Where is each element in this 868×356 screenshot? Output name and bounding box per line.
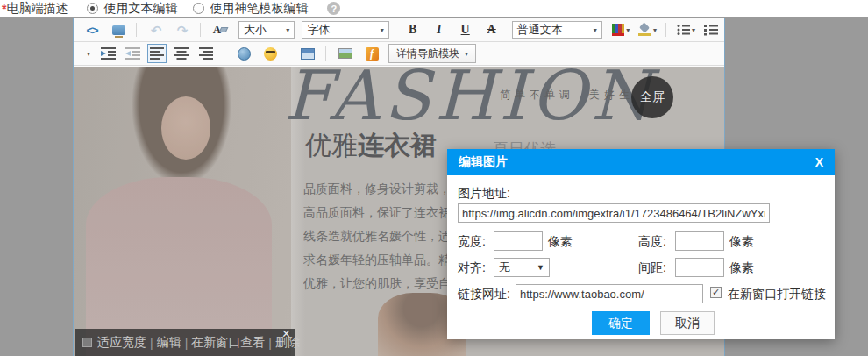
view-new-window-action[interactable]: 在新窗口查看	[191, 335, 265, 351]
align-label: 对齐:	[458, 260, 486, 276]
insert-image-button[interactable]	[336, 44, 355, 63]
font-size-select[interactable]: 大小▾	[238, 21, 295, 39]
radio-selected-icon[interactable]	[87, 3, 98, 14]
strikethrough-icon: A	[487, 23, 496, 37]
paragraph-format-value: 普通文本	[517, 22, 563, 38]
insert-flash-button[interactable]: f	[362, 44, 381, 63]
product-title-regular: 优雅	[305, 131, 358, 160]
radio-shenbi-edit[interactable]: 使用神笔模板编辑	[193, 1, 308, 17]
bullet-list-button[interactable]: ▾	[676, 20, 696, 39]
fullscreen-button[interactable]: 全屏	[631, 76, 673, 118]
indent-icon	[101, 47, 116, 60]
italic-button[interactable]: I	[430, 20, 449, 39]
toolbar-row-2: ▾ f 详情导航模块 ▾	[74, 42, 724, 66]
table-icon	[301, 48, 315, 60]
align-center-icon	[174, 47, 189, 60]
chevron-down-icon: ▼	[537, 263, 544, 272]
overflow-dropdown-button[interactable]: ▾	[82, 44, 93, 63]
description-mode-bar: * 电脑端描述 使用文本编辑 使用神笔模板编辑 ?	[0, 0, 868, 17]
chevron-down-icon: ▾	[692, 26, 695, 34]
image-action-bar: 适应宽度 | 编辑 | 在新窗口查看 | 删除 ×	[75, 329, 295, 356]
spacing-unit: 像素	[729, 260, 754, 276]
outdent-icon	[125, 47, 140, 60]
emoji-button[interactable]	[260, 44, 280, 63]
dialog-close-icon[interactable]: X	[815, 155, 823, 169]
align-left-button[interactable]	[147, 44, 167, 63]
align-select-value: 无	[499, 260, 510, 275]
width-input[interactable]	[494, 231, 543, 251]
image-icon	[338, 48, 352, 59]
align-left-icon	[150, 47, 164, 60]
eraser-icon	[219, 27, 229, 32]
divider: |	[150, 336, 153, 350]
align-center-button[interactable]	[172, 44, 191, 63]
align-right-icon	[199, 47, 213, 60]
ordered-list-icon	[704, 24, 718, 36]
emoji-icon	[264, 47, 277, 61]
code-icon: <>	[86, 24, 97, 37]
font-size-value: 大小	[244, 22, 267, 38]
align-right-button[interactable]	[196, 44, 216, 63]
underline-button[interactable]: U	[456, 20, 475, 39]
source-code-button[interactable]: <>	[82, 20, 102, 39]
font-color-button[interactable]: ▾	[611, 20, 630, 39]
align-select[interactable]: 无 ▼	[494, 258, 550, 277]
indent-button[interactable]	[98, 44, 117, 63]
spacing-input[interactable]	[675, 258, 724, 277]
image-url-input[interactable]	[458, 203, 770, 223]
help-icon[interactable]: ?	[327, 2, 340, 15]
edit-image-dialog: 编辑图片 X 图片地址: 宽度: 像素 高度: 像素 对齐: 无 ▼ 间距: 像…	[447, 149, 835, 339]
format-painter-button[interactable]: A	[210, 20, 230, 39]
undo-icon: ↶	[151, 24, 162, 37]
divider	[224, 46, 224, 61]
link-url-label: 链接网址:	[458, 287, 510, 303]
redo-button[interactable]: ↷	[173, 20, 192, 39]
height-input[interactable]	[675, 231, 724, 251]
outdent-button[interactable]	[123, 44, 142, 63]
bold-button[interactable]: B	[403, 20, 423, 39]
chevron-down-icon: ▾	[286, 26, 289, 34]
product-title-bold: 连衣裙	[358, 131, 437, 160]
dialog-title: 编辑图片	[459, 154, 508, 170]
chevron-down-icon: ▾	[594, 26, 597, 34]
link-url-input[interactable]	[516, 284, 703, 303]
detail-nav-module-button[interactable]: 详情导航模块 ▾	[388, 44, 476, 63]
undo-button[interactable]: ↶	[146, 20, 166, 39]
radio-text-edit[interactable]: 使用文本编辑	[87, 1, 177, 17]
cancel-button[interactable]: 取消	[660, 311, 715, 335]
insert-table-button[interactable]	[298, 44, 317, 63]
background-color-icon	[638, 24, 651, 36]
underline-icon: U	[461, 23, 470, 37]
background-color-button[interactable]: ▾	[637, 20, 657, 39]
divider	[200, 23, 201, 37]
dialog-header[interactable]: 编辑图片 X	[447, 149, 835, 175]
image-url-label: 图片地址:	[458, 186, 510, 202]
strikethrough-button[interactable]: A	[482, 20, 502, 39]
paragraph-format-select[interactable]: 普通文本▾	[512, 21, 602, 39]
detail-nav-module-label: 详情导航模块	[396, 46, 459, 61]
divider	[136, 23, 137, 37]
insert-link-button[interactable]	[234, 44, 253, 63]
edit-image-action[interactable]: 编辑	[157, 335, 181, 351]
toolbar-row-1: <> ↶ ↷ A 大小▾ 字体▾ B I U A 普通文本▾ ▾ ▾ ▾	[74, 18, 724, 42]
ordered-list-button[interactable]	[701, 20, 721, 39]
height-unit: 像素	[729, 234, 754, 250]
open-new-window-checkbox[interactable]: ✓	[710, 287, 722, 298]
font-color-icon	[612, 24, 624, 36]
divider	[288, 46, 288, 61]
bold-icon: B	[409, 23, 416, 37]
radio-shenbi-edit-label: 使用神笔模板编辑	[210, 1, 308, 17]
height-label: 高度:	[638, 234, 666, 250]
font-family-select[interactable]: 字体▾	[302, 21, 388, 39]
fit-width-action[interactable]: 适应宽度	[97, 335, 146, 351]
radio-unselected-icon[interactable]	[193, 3, 204, 14]
confirm-button[interactable]: 确定	[592, 311, 650, 335]
fit-width-checkbox[interactable]	[82, 338, 92, 347]
banner-tagline: 简单不单调 美好生	[500, 88, 634, 103]
open-new-window-label[interactable]: 在新窗口打开链接	[728, 287, 826, 303]
close-icon[interactable]: ×	[282, 326, 290, 342]
link-globe-icon	[238, 47, 251, 61]
preview-button[interactable]	[109, 20, 128, 39]
bullet-list-icon	[677, 24, 690, 36]
model-photo	[74, 67, 291, 356]
